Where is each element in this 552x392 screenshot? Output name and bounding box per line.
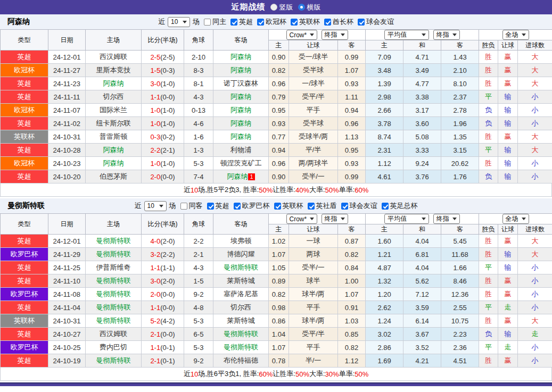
away-team[interactable]: 阿森纳 xyxy=(213,104,269,117)
match-score[interactable]: 3-0(1-0) xyxy=(142,77,184,90)
average-stage-select[interactable]: 终指 xyxy=(433,30,460,40)
match-date: 24-10-20 xyxy=(48,170,86,184)
home-team[interactable]: 曼彻斯特联 xyxy=(86,274,142,288)
half-score: (0-0) xyxy=(160,173,175,181)
odds-company-select[interactable]: Crow* xyxy=(286,30,318,40)
league-checkbox[interactable] xyxy=(230,19,237,26)
match-score[interactable]: 1-0(1-0) xyxy=(142,117,184,130)
home-team[interactable]: 费内巴切 xyxy=(86,341,142,354)
away-team[interactable]: 阿森纳 xyxy=(213,64,269,77)
away-team[interactable]: 博德闪耀 xyxy=(213,248,269,261)
odds-stage-select[interactable]: 终指 xyxy=(322,214,348,224)
away-team[interactable]: 曼彻斯特联 xyxy=(213,328,269,341)
home-team[interactable]: 伊普斯维奇 xyxy=(86,261,142,274)
match-score[interactable]: 1-1(0-0) xyxy=(142,90,184,104)
match-score[interactable]: 3-2(2-2) xyxy=(142,248,184,261)
home-team[interactable]: 阿森纳 xyxy=(86,144,142,157)
home-team[interactable]: 曼彻斯特联 xyxy=(86,354,142,368)
recent-count-select[interactable]: 10 xyxy=(144,201,167,211)
horizontal-radio[interactable] xyxy=(298,4,305,11)
league-checkbox[interactable] xyxy=(382,203,389,210)
match-score[interactable]: 2-1(0-1) xyxy=(142,354,184,368)
home-team[interactable]: 西汉姆联 xyxy=(86,328,142,341)
home-team[interactable]: 切尔西 xyxy=(86,90,142,104)
avg-draw: 5.08 xyxy=(403,130,441,144)
average-stage-select[interactable]: 终指 xyxy=(433,214,460,224)
home-team[interactable]: 曼彻斯特联 xyxy=(86,314,142,328)
match-score[interactable]: 4-0(2-0) xyxy=(142,235,184,248)
match-row: 英超24-10-28阿森纳2-2(2-1)1-3利物浦0.94平/半0.952.… xyxy=(1,144,552,157)
vertical-radio-label[interactable]: 竖版 xyxy=(279,3,293,12)
match-score[interactable]: 1-0(1-0) xyxy=(142,104,184,117)
home-team[interactable]: 里斯本竞技 xyxy=(86,64,142,77)
away-team[interactable]: 莱斯特城 xyxy=(213,274,269,288)
result-handicap: 赢 xyxy=(498,77,518,90)
match-score[interactable]: 0-3(0-2) xyxy=(142,130,184,144)
league-checkbox[interactable] xyxy=(324,19,331,26)
away-team[interactable]: 塞萨洛尼基 xyxy=(213,288,269,301)
scope-select[interactable]: 全场 xyxy=(502,30,529,40)
league-checkbox[interactable] xyxy=(207,203,214,210)
away-team[interactable]: 莱斯特城 xyxy=(213,314,269,328)
odds-away: 0.91 xyxy=(338,301,366,314)
same-side-checkbox[interactable] xyxy=(204,19,211,26)
away-team[interactable]: 阿森纳1 xyxy=(213,170,269,184)
league-checkbox[interactable] xyxy=(274,203,281,210)
away-team[interactable]: 利物浦 xyxy=(213,144,269,157)
match-score[interactable]: 2-0(0-0) xyxy=(142,170,184,184)
match-score[interactable]: 5-2(4-2) xyxy=(142,314,184,328)
match-score[interactable]: 1-1(0-1) xyxy=(142,341,184,354)
same-side-checkbox[interactable] xyxy=(180,203,187,210)
league-checkbox[interactable] xyxy=(291,19,298,26)
away-team[interactable]: 切尔西 xyxy=(213,301,269,314)
away-team[interactable]: 埃弗顿 xyxy=(213,235,269,248)
away-team[interactable]: 阿森纳 xyxy=(213,117,269,130)
average-select[interactable]: 平均值 xyxy=(384,214,429,224)
away-team[interactable]: 曼彻斯特联 xyxy=(213,261,269,274)
home-team[interactable]: 阿森纳 xyxy=(86,157,142,170)
average-select[interactable]: 平均值 xyxy=(384,30,429,40)
home-team[interactable]: 西汉姆联 xyxy=(86,51,142,64)
horizontal-radio-label[interactable]: 横版 xyxy=(307,3,321,12)
away-team[interactable]: 布伦特福德 xyxy=(213,354,269,368)
home-team[interactable]: 伯恩茅斯 xyxy=(86,170,142,184)
odds-company-select[interactable]: Crow* xyxy=(286,214,318,224)
league-checkbox[interactable] xyxy=(234,203,241,210)
away-team[interactable]: 诺丁汉森林 xyxy=(213,77,269,90)
chevron-down-icon xyxy=(341,34,345,36)
match-score[interactable]: 1-1(1-1) xyxy=(142,261,184,274)
league-checkbox[interactable] xyxy=(358,19,365,26)
away-team[interactable]: 阿森纳 xyxy=(213,90,269,104)
odds-stage-select[interactable]: 终指 xyxy=(322,30,348,40)
league-checkbox[interactable] xyxy=(308,203,315,210)
home-team[interactable]: 曼彻斯特联 xyxy=(86,248,142,261)
match-score[interactable]: 1-0(1-0) xyxy=(142,157,184,170)
match-score[interactable]: 1-5(0-3) xyxy=(142,64,184,77)
home-team[interactable]: 曼彻斯特联 xyxy=(86,288,142,301)
match-score[interactable]: 2-2(2-1) xyxy=(142,144,184,157)
home-team[interactable]: 国际米兰 xyxy=(86,104,142,117)
home-team[interactable]: 曼彻斯特联 xyxy=(86,301,142,314)
home-team[interactable]: 普雷斯顿 xyxy=(86,130,142,144)
recent-count-select[interactable]: 10 xyxy=(168,17,190,27)
league-checkbox[interactable] xyxy=(341,203,348,210)
away-team[interactable]: 阿森纳 xyxy=(213,51,269,64)
home-team[interactable]: 阿森纳 xyxy=(86,77,142,90)
match-score[interactable]: 1-1(0-0) xyxy=(142,301,184,314)
match-score[interactable]: 3-0(2-0) xyxy=(142,274,184,288)
away-team[interactable]: 阿森纳 xyxy=(213,130,269,144)
match-score[interactable]: 2-0(0-0) xyxy=(142,288,184,301)
league-checkbox[interactable] xyxy=(257,19,264,26)
result-goals: 小 xyxy=(518,354,552,368)
match-score[interactable]: 2-1(0-0) xyxy=(142,328,184,341)
match-score[interactable]: 2-5(2-5) xyxy=(142,51,184,64)
away-team[interactable]: 曼彻斯特联 xyxy=(213,341,269,354)
home-team[interactable]: 曼彻斯特联 xyxy=(86,235,142,248)
result-outcome: 负 xyxy=(479,104,498,117)
odds-away: 0.84 xyxy=(338,261,366,274)
away-team[interactable]: 顿涅茨克矿工 xyxy=(213,157,269,170)
scope-select[interactable]: 全场 xyxy=(502,214,529,224)
vertical-radio[interactable] xyxy=(270,4,277,11)
result-goals: 走 xyxy=(518,328,552,341)
home-team[interactable]: 纽卡斯尔联 xyxy=(86,117,142,130)
